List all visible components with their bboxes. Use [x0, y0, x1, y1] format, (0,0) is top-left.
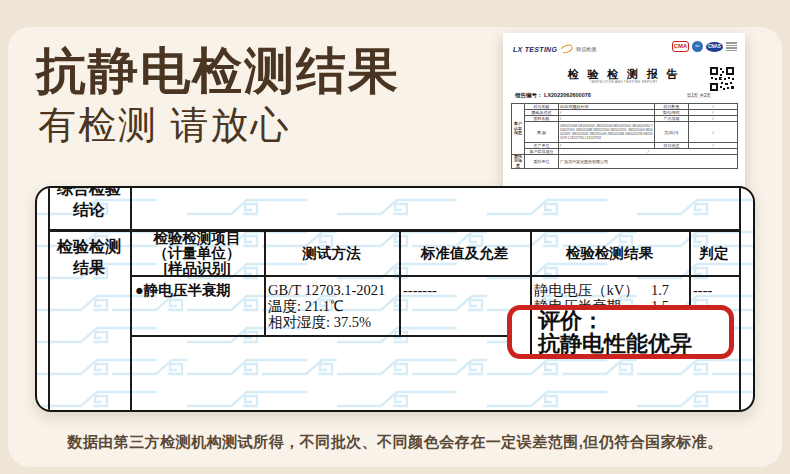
report-number-label: 报告编号：: [515, 92, 543, 98]
accreditation-badges: CMA ilac CNAS: [672, 41, 737, 52]
column-header-method: 测试方法: [264, 244, 399, 263]
cma-badge-icon: CMA: [672, 41, 689, 52]
side-label-client: 委托方信息: [512, 155, 525, 169]
magnified-results-card: 综合检验 结论 检验检测 结果 检验检测项目 （计量单位） [样品识别] 测试方…: [35, 186, 755, 412]
section-conclusion-label: 综合检验 结论: [48, 186, 130, 220]
report-number-value: LX2022062600078: [544, 92, 591, 98]
grid-line: [130, 188, 132, 412]
result-value: 1.7: [651, 282, 669, 298]
badge-text-lines: [726, 42, 737, 51]
column-header-result: 检验检测结果: [530, 244, 689, 263]
standard-value: -------: [403, 282, 526, 298]
table-row: 商 标 LW2022008 LW2022009 JW2022040 WD4022…: [512, 122, 738, 143]
test-item: ●静电压半衰期: [135, 282, 263, 298]
cnas-badge-icon: CNAS: [706, 42, 723, 52]
test-report-document: LX TESTING 联信检测 CMA ilac CNAS 检 验 检 测 报 …: [503, 33, 745, 191]
lab-logo-cn: 联信检测: [576, 46, 596, 52]
table-row: 委托方信息 委托单位 广东洪兴实业股份有限公司: [512, 155, 738, 169]
side-label-customer: 客户认定信息: [512, 104, 525, 155]
grid-line: [739, 188, 741, 412]
result-name: 静电电压（kV）: [534, 282, 639, 298]
judgment-value: ----: [693, 282, 735, 298]
qr-code-icon: [709, 66, 735, 92]
lab-logo: LX TESTING 联信检测: [513, 42, 596, 56]
report-number: 报告编号： LX2022062600078: [515, 92, 591, 99]
test-method: GB/T 12703.1-2021 温度: 21.1℃ 相对湿度: 37.5%: [268, 282, 398, 330]
page-title: 抗静电检测结果: [36, 38, 400, 105]
column-header-item: 检验检测项目 （计量单位） [样品识别]: [130, 231, 264, 276]
cell-border-line: [530, 310, 532, 354]
lab-logo-text: LX TESTING: [513, 46, 557, 53]
column-header-standard: 标准值及允差: [399, 244, 530, 263]
section-results-label: 检验检测 结果: [48, 236, 130, 278]
grid-line: [48, 188, 50, 412]
column-header-judge: 判定: [689, 244, 739, 263]
report-info-table: 客户认定信息 样品名称 40支双螺纹针织 样品数量 / 颜色及描述 / 型号/规…: [511, 103, 738, 169]
logo-swoosh-icon: [559, 43, 574, 55]
ilac-badge-icon: ilac: [692, 41, 703, 52]
disclaimer-text: 数据由第三方检测机构测试所得，不同批次、不同颜色会存在一定误差范围,但仍符合国家…: [0, 433, 790, 452]
evaluation-text: 评价： 抗静电性能优异: [538, 309, 692, 355]
report-page-info: 第1页 共2页: [687, 93, 711, 98]
page-subtitle: 有检测 请放心: [38, 100, 291, 151]
evaluation-highlight-box: 评价： 抗静电性能优异: [507, 305, 734, 359]
grid-line: [130, 335, 507, 337]
